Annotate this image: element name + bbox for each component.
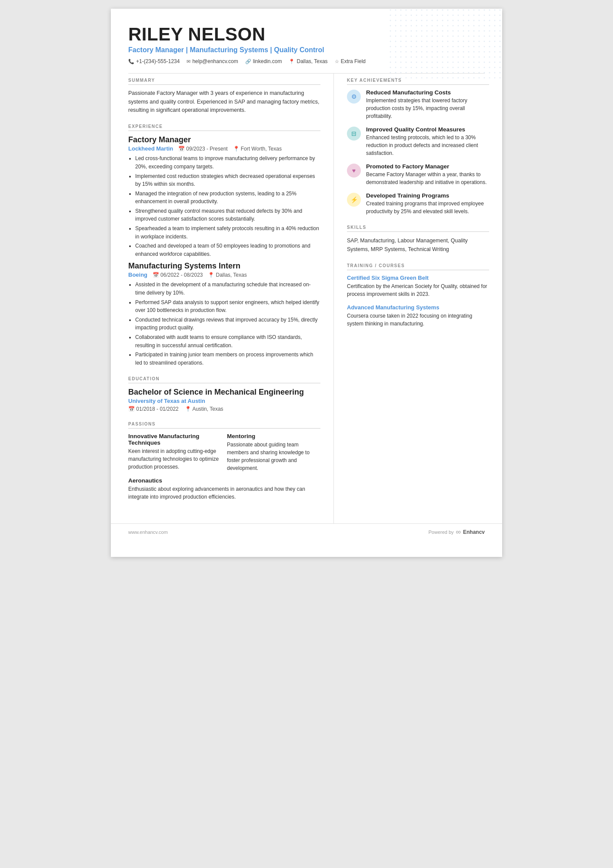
job-1-date: 📅 09/2023 - Present xyxy=(178,146,227,152)
list-item: Strengthened quality control measures th… xyxy=(135,207,320,223)
edu-degree: Bachelor of Science in Mechanical Engine… xyxy=(128,388,320,397)
passion-3-desc: Enthusiastic about exploring advancement… xyxy=(128,485,320,501)
main-content: SUMMARY Passionate Factory Manager with … xyxy=(111,74,502,523)
passions-grid: Innovative Manufacturing Techniques Keen… xyxy=(128,433,320,501)
job-1-location: 📍 Fort Worth, Texas xyxy=(233,146,282,152)
list-item: Conducted technical drawings reviews tha… xyxy=(135,316,320,332)
training-2: Advanced Manufacturing Systems Coursera … xyxy=(347,304,489,328)
calendar-icon: 📅 xyxy=(178,146,185,152)
achievement-2: ⊟ Improved Quality Control Measures Enha… xyxy=(347,126,489,157)
achievement-1-content: Reduced Manufacturing Costs Implemented … xyxy=(366,89,489,120)
achievement-3-content: Promoted to Factory Manager Became Facto… xyxy=(366,163,489,186)
summary-title: SUMMARY xyxy=(128,78,320,85)
email-icon: ✉ xyxy=(187,59,190,64)
candidate-title: Factory Manager | Manufacturing Systems … xyxy=(128,46,485,54)
pin-icon: 📍 xyxy=(185,406,191,412)
training-1: Certified Six Sigma Green Belt Certifica… xyxy=(347,275,489,298)
achievements-section: KEY ACHIEVEMENTS ⚙ Reduced Manufacturing… xyxy=(347,78,489,215)
training-title: TRAINING / COURSES xyxy=(347,263,489,270)
list-item: Participated in training junior team mem… xyxy=(135,351,320,367)
edu-meta: 📅 01/2018 - 01/2022 📍 Austin, Texas xyxy=(128,406,320,412)
skills-section: SKILLS SAP, Manufacturing, Labour Manage… xyxy=(347,225,489,254)
star-icon: ☆ xyxy=(335,59,339,64)
candidate-name: RILEY NELSON xyxy=(128,24,485,44)
resume-page: RILEY NELSON Factory Manager | Manufactu… xyxy=(111,9,502,557)
job-2: Manufacturing Systems Intern Boeing 📅 06… xyxy=(128,261,320,367)
job-2-company: Boeing xyxy=(128,271,147,278)
education-section: EDUCATION Bachelor of Science in Mechani… xyxy=(128,376,320,412)
achievements-title: KEY ACHIEVEMENTS xyxy=(347,78,489,85)
summary-section: SUMMARY Passionate Factory Manager with … xyxy=(128,78,320,114)
summary-text: Passionate Factory Manager with 3 years … xyxy=(128,89,320,114)
promoted-icon: ♥ xyxy=(347,164,361,178)
achievement-2-title: Improved Quality Control Measures xyxy=(366,126,489,133)
cost-icon: ⚙ xyxy=(347,90,361,104)
passions-title: PASSIONS xyxy=(128,422,320,429)
list-item: Led cross-functional teams to improve ma… xyxy=(135,154,320,171)
location-icon: 📍 xyxy=(289,59,295,64)
list-item: Coached and developed a team of 50 emplo… xyxy=(135,242,320,258)
training-2-title: Advanced Manufacturing Systems xyxy=(347,304,489,311)
achievement-3-title: Promoted to Factory Manager xyxy=(366,163,489,170)
enhancv-logo-icon: ∞ xyxy=(456,528,461,536)
left-column: SUMMARY Passionate Factory Manager with … xyxy=(111,74,334,523)
contact-email: ✉ help@enhancv.com xyxy=(187,58,238,64)
job-1: Factory Manager Lockheed Martin 📅 09/202… xyxy=(128,135,320,258)
list-item: Managed the integration of new productio… xyxy=(135,190,320,206)
achievement-2-desc: Enhanced testing protocols, which led to… xyxy=(366,134,489,157)
passion-1-desc: Keen interest in adopting cutting-edge m… xyxy=(128,447,222,471)
training-2-desc: Coursera course taken in 2022 focusing o… xyxy=(347,312,489,328)
list-item: Implemented cost reduction strategies wh… xyxy=(135,172,320,188)
quality-icon: ⊟ xyxy=(347,127,361,141)
job-1-title: Factory Manager xyxy=(128,135,320,144)
pin-icon: 📍 xyxy=(208,272,214,278)
achievement-1-desc: Implemented strategies that lowered fact… xyxy=(366,97,489,120)
list-item: Performed SAP data analysis to support s… xyxy=(135,298,320,315)
passion-1: Innovative Manufacturing Techniques Keen… xyxy=(128,433,222,472)
calendar-icon: 📅 xyxy=(128,406,135,412)
footer: www.enhancv.com Powered by ∞ Enhancv xyxy=(111,523,502,540)
training-1-title: Certified Six Sigma Green Belt xyxy=(347,275,489,281)
edu-location: 📍 Austin, Texas xyxy=(185,406,223,412)
list-item: Spearheaded a team to implement safety p… xyxy=(135,225,320,241)
list-item: Collaborated with audit teams to ensure … xyxy=(135,333,320,349)
list-item: Assisted in the development of a manufac… xyxy=(135,281,320,297)
training-1-desc: Certification by the American Society fo… xyxy=(347,282,489,298)
contact-phone: 📞 +1-(234)-555-1234 xyxy=(128,58,180,64)
job-1-meta: Lockheed Martin 📅 09/2023 - Present 📍 Fo… xyxy=(128,145,320,152)
training-icon: ⚡ xyxy=(347,193,361,207)
contact-extra: ☆ Extra Field xyxy=(335,58,366,64)
achievement-3-desc: Became Factory Manager within a year, th… xyxy=(366,171,489,186)
right-column: KEY ACHIEVEMENTS ⚙ Reduced Manufacturing… xyxy=(334,74,502,523)
education-title: EDUCATION xyxy=(128,376,320,383)
experience-title: EXPERIENCE xyxy=(128,124,320,131)
achievement-4: ⚡ Developed Training Programs Created tr… xyxy=(347,192,489,215)
link-icon: 🔗 xyxy=(245,59,251,64)
passions-section: PASSIONS Innovative Manufacturing Techni… xyxy=(128,422,320,501)
achievement-4-title: Developed Training Programs xyxy=(366,192,489,199)
passion-2: Mentoring Passionate about guiding team … xyxy=(227,433,320,472)
contact-row: 📞 +1-(234)-555-1234 ✉ help@enhancv.com 🔗… xyxy=(128,58,485,64)
job-2-location: 📍 Dallas, Texas xyxy=(208,272,247,278)
job-1-bullets: Led cross-functional teams to improve ma… xyxy=(135,154,320,258)
contact-location: 📍 Dallas, Texas xyxy=(289,58,327,64)
job-2-meta: Boeing 📅 06/2022 - 08/2023 📍 Dallas, Tex… xyxy=(128,271,320,278)
contact-linkedin: 🔗 linkedin.com xyxy=(245,58,282,64)
edu-date: 📅 01/2018 - 01/2022 xyxy=(128,406,179,412)
skills-title: SKILLS xyxy=(347,225,489,232)
achievement-2-content: Improved Quality Control Measures Enhanc… xyxy=(366,126,489,157)
passion-2-desc: Passionate about guiding team members an… xyxy=(227,441,320,472)
header-section: RILEY NELSON Factory Manager | Manufactu… xyxy=(111,9,502,73)
job-1-company: Lockheed Martin xyxy=(128,145,173,152)
skills-text: SAP, Manufacturing, Labour Management, Q… xyxy=(347,236,489,254)
brand-name: Enhancv xyxy=(463,529,485,535)
job-2-title: Manufacturing Systems Intern xyxy=(128,261,320,271)
passion-3-title: Aeronautics xyxy=(128,477,320,484)
edu-school: University of Texas at Austin xyxy=(128,398,320,404)
achievement-1-title: Reduced Manufacturing Costs xyxy=(366,89,489,96)
achievement-3: ♥ Promoted to Factory Manager Became Fac… xyxy=(347,163,489,186)
job-2-bullets: Assisted in the development of a manufac… xyxy=(135,281,320,367)
footer-url: www.enhancv.com xyxy=(128,530,168,535)
job-2-date: 📅 06/2022 - 08/2023 xyxy=(153,272,203,278)
training-section: TRAINING / COURSES Certified Six Sigma G… xyxy=(347,263,489,328)
